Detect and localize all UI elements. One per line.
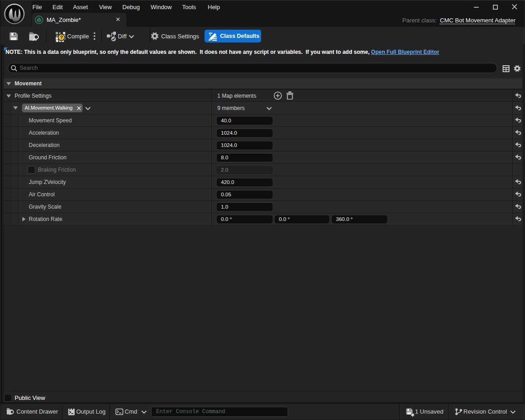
svg-text:?: ? (60, 35, 63, 40)
